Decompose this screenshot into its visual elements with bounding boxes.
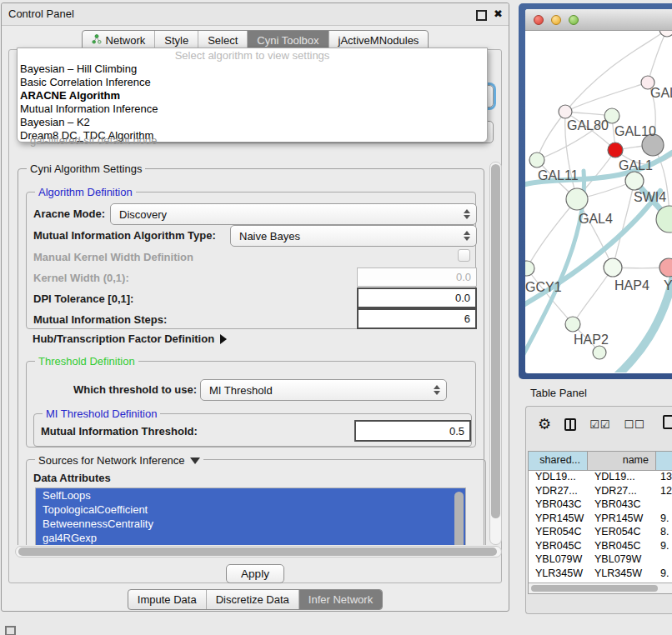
algorithm-option[interactable]: Bayesian – Hill Climbing	[18, 62, 487, 76]
sources-group-title[interactable]: Sources for Network Inference	[35, 454, 203, 467]
table-cell: YBR043C	[529, 498, 588, 512]
tab-label: Impute Data	[138, 593, 197, 606]
algorithm-option[interactable]: Bayesian – K2	[18, 116, 487, 129]
hub-definition-label: Hub/Transcription Factor Definition	[33, 332, 214, 345]
table-cell: YER054C	[588, 525, 656, 539]
data-attribute-item[interactable]: gal4RGexp	[36, 531, 465, 545]
data-table-combo-value: gal-filtered.sif default node	[30, 134, 157, 147]
node-label: GAL11	[538, 168, 579, 182]
table-row[interactable]: YPR145WYPR145W9.	[529, 512, 672, 526]
combo-stepper-icon	[434, 385, 440, 395]
table-cell: YBR045C	[588, 539, 656, 553]
tab-label: Style	[164, 34, 188, 47]
table-row[interactable]: YDR27...YDR27...12	[529, 484, 672, 498]
bottom-tab-impute-data[interactable]: Impute Data	[128, 590, 206, 609]
table-row[interactable]: YBL079WYBL079W	[529, 552, 672, 567]
zoom-traffic-light-icon[interactable]	[569, 15, 579, 25]
cyni-algorithm-settings-title: Cyni Algorithm Settings	[27, 162, 145, 175]
algorithm-definition-group: Algorithm Definition Aracne Mode: Discov…	[26, 192, 476, 329]
which-threshold-combo[interactable]: MI Threshold	[200, 379, 447, 401]
cyni-algorithm-settings-group: Cyni Algorithm Settings Algorithm Defini…	[18, 168, 484, 545]
data-attributes-list[interactable]: SelfLoopsTopologicalCoefficientBetweenne…	[35, 488, 466, 545]
minimize-traffic-light-icon[interactable]	[551, 15, 561, 25]
float-panel-icon[interactable]	[476, 10, 487, 21]
table-cell: YDR27...	[588, 484, 656, 498]
network-node-swi4[interactable]	[625, 172, 644, 190]
columns-icon[interactable]	[564, 418, 576, 431]
algorithm-option[interactable]: ARACNE Algorithm	[18, 89, 487, 102]
table-row[interactable]: YBR043CYBR043C	[529, 498, 672, 512]
network-node-gcy1[interactable]	[525, 261, 534, 276]
table-cell: 13	[656, 470, 672, 484]
minimized-panel-icon[interactable]	[5, 626, 16, 635]
network-canvas[interactable]: GALGAL80GAL10GAL1GAL11SWI4GAL4GCY1HAP4YH…	[525, 31, 672, 373]
settings-horizontal-scrollbar[interactable]	[15, 546, 502, 558]
sources-title-text: Sources for Network Inference	[38, 454, 185, 467]
network-node-gal1[interactable]	[608, 142, 623, 158]
attr-list-scrollbar[interactable]	[454, 492, 464, 545]
export-table-icon[interactable]	[663, 415, 672, 429]
network-node-gal80[interactable]	[559, 105, 572, 118]
network-view-inner: GALGAL80GAL10GAL1GAL11SWI4GAL4GCY1HAP4YH…	[525, 9, 672, 373]
bottom-tab-discretize-data[interactable]: Discretize Data	[206, 590, 298, 609]
table-cell: YLR345W	[529, 567, 588, 581]
table-cell: YBL079W	[529, 552, 588, 567]
deselect-all-columns-icon[interactable]: ☐☐	[624, 418, 644, 431]
network-window-titlebar[interactable]	[525, 9, 672, 31]
cyni-toolbox-content: gal-filtered.sif default node Select alg…	[8, 49, 502, 583]
gear-icon[interactable]: ⚙	[538, 417, 551, 432]
algorithm-option[interactable]: Basic Correlation Inference	[18, 76, 487, 89]
mi-threshold-field[interactable]: 0.5	[354, 420, 471, 442]
mi-threshold-group-title: MI Threshold Definition	[43, 408, 160, 420]
table-row[interactable]: YBR045CYBR045C9.	[529, 539, 672, 553]
table-cell: YDR27...	[529, 484, 588, 498]
select-all-columns-icon[interactable]: ☑☑	[589, 418, 610, 431]
mi-algorithm-type-combo[interactable]: Naive Bayes	[230, 225, 477, 247]
aracne-mode-label: Aracne Mode:	[33, 208, 105, 220]
aracne-mode-combo[interactable]: Discovery	[110, 203, 477, 225]
column-header[interactable]: name	[588, 452, 656, 470]
node-label: GAL4	[579, 212, 613, 226]
table-body: YDL19...YDL19...13YDR27...YDR27...12YBR0…	[529, 470, 672, 583]
node-label: GAL10	[614, 124, 656, 138]
close-traffic-light-icon[interactable]	[534, 15, 544, 25]
table-panel: ⚙ ☑☑ ☐☐ shared...name YDL19...YDL19...13…	[525, 406, 672, 614]
network-node-gal11[interactable]	[529, 152, 544, 168]
apply-button[interactable]: Apply	[226, 564, 284, 583]
network-node-hap2[interactable]	[565, 317, 580, 332]
close-icon[interactable]: ✖	[494, 3, 503, 25]
bottom-tab-infer-network[interactable]: Infer Network	[298, 590, 382, 609]
algorithm-option[interactable]: Mutual Information Inference	[18, 102, 487, 116]
mi-algorithm-type-value: Naive Bayes	[239, 230, 300, 242]
network-node-gal4[interactable]	[566, 188, 588, 210]
dpi-tolerance-field[interactable]: 0.0	[357, 288, 477, 308]
table-row[interactable]: YLR345WYLR345W9.	[529, 567, 672, 581]
mi-steps-field[interactable]: 6	[357, 308, 477, 329]
data-attribute-item[interactable]: SelfLoops	[36, 488, 465, 502]
hub-definition-expander[interactable]: Hub/Transcription Factor Definition	[33, 332, 227, 345]
network-node-hap4[interactable]	[604, 258, 622, 277]
mi-algorithm-type-label: Mutual Information Algorithm Type:	[33, 229, 216, 242]
kernel-width-field[interactable]: 0.0	[357, 268, 477, 287]
table-panel-title: Table Panel	[530, 387, 587, 399]
mi-threshold-group: MI Threshold Definition Mutual Informati…	[33, 413, 472, 447]
table-row[interactable]: YER054CYER054C8.	[529, 525, 672, 539]
table-header-row: shared...name	[529, 452, 672, 471]
network-node[interactable]	[659, 31, 672, 37]
network-icon	[92, 34, 102, 47]
threshold-definition-title: Threshold Definition	[35, 355, 138, 368]
data-attribute-item[interactable]: BetweennessCentrality	[36, 517, 465, 531]
column-header[interactable]	[656, 452, 672, 470]
network-node-y[interactable]	[659, 258, 672, 277]
table-cell: YBL079W	[588, 552, 656, 567]
network-node[interactable]	[593, 346, 606, 359]
data-attribute-item[interactable]: TopologicalCoefficient	[36, 502, 465, 517]
manual-kernel-checkbox[interactable]	[458, 249, 470, 262]
table-row[interactable]: YDL19...YDL19...13	[529, 470, 672, 484]
settings-vertical-scrollbar[interactable]	[489, 162, 502, 545]
node-label: GAL80	[567, 118, 609, 132]
which-threshold-value: MI Threshold	[209, 384, 273, 397]
tab-label: jActiveMNodules	[339, 34, 419, 47]
column-header[interactable]: shared...	[529, 452, 588, 470]
table-horizontal-scrollbar[interactable]	[529, 582, 672, 593]
